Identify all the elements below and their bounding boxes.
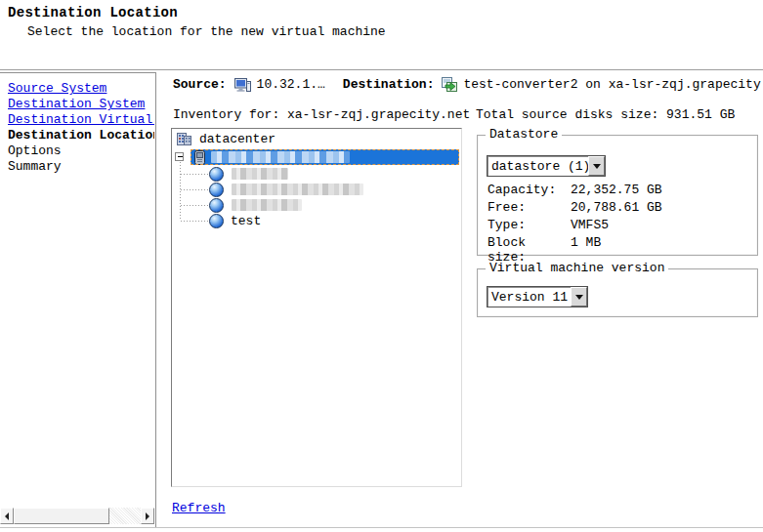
tree-connector-line <box>181 221 208 222</box>
collapse-expander-icon[interactable] <box>175 152 184 161</box>
page-title: Destination Location <box>8 5 178 20</box>
source-destination-bar: Source: 10.32.1.… Destination: test-conv… <box>173 77 763 92</box>
resource-pool-icon <box>209 214 224 228</box>
redacted-item-name <box>232 184 363 195</box>
step-destination-system[interactable]: Destination System <box>8 97 154 112</box>
converter-wizard-page: Destination Location Select the location… <box>0 0 763 532</box>
resource-pool-icon <box>209 167 224 182</box>
refresh-link[interactable]: Refresh <box>172 501 226 515</box>
datastore-blocksize-row: Block size: 1 MB <box>487 235 751 251</box>
host-icon <box>193 150 206 165</box>
tree-row-test[interactable]: test <box>209 213 261 228</box>
page-subtitle: Select the location for the new virtual … <box>27 24 386 39</box>
resource-pool-icon <box>209 198 224 213</box>
tree-row-vm-redacted[interactable] <box>209 197 302 213</box>
bottom-separator <box>0 527 763 528</box>
source-label: Source: <box>173 77 227 92</box>
scrollbar-thumb[interactable] <box>14 508 109 524</box>
capacity-value: 22,352.75 GB <box>571 183 662 198</box>
redacted-item-name <box>232 199 302 211</box>
type-value: VMFS5 <box>571 218 609 233</box>
selected-row-highlight[interactable] <box>191 149 459 165</box>
vm-convert-icon <box>442 77 457 92</box>
vm-version-selected-value: Version 11 <box>487 290 571 305</box>
step-destination-virtual-machine[interactable]: Destination Virtual Machine <box>8 112 154 128</box>
step-list: Source System Destination System Destina… <box>0 73 155 175</box>
header-separator <box>0 69 763 71</box>
scrollbar-track[interactable] <box>109 508 141 524</box>
chevron-down-icon[interactable] <box>588 156 605 176</box>
type-label: Type: <box>487 218 571 233</box>
chevron-down-icon[interactable] <box>571 287 587 307</box>
scroll-left-button[interactable] <box>0 508 14 524</box>
block-size-label: Block size: <box>487 235 571 251</box>
free-label: Free: <box>487 200 571 216</box>
vm-version-groupbox: Virtual machine version Version 11 <box>477 268 758 317</box>
redacted-host-name <box>211 151 350 163</box>
datastore-selected-value: datastore (1) <box>487 159 588 174</box>
resource-pool-icon <box>209 183 224 197</box>
step-destination-location: Destination Location <box>8 128 154 143</box>
total-source-disks-size: Total source disks size: 931.51 GB <box>476 107 735 122</box>
step-summary: Summary <box>8 159 154 175</box>
block-size-value: 1 MB <box>571 235 601 251</box>
computer-icon <box>234 78 251 92</box>
total-disks-value: 931.51 GB <box>666 107 735 122</box>
datastore-type-row: Type: VMFS5 <box>487 218 751 233</box>
vm-version-group-title: Virtual machine version <box>486 262 668 275</box>
tree-row-host-selected[interactable] <box>172 149 461 165</box>
step-options: Options <box>8 143 154 159</box>
vm-version-select[interactable]: Version 11 <box>487 286 588 307</box>
datacenter-icon <box>176 132 192 146</box>
step-source-system[interactable]: Source System <box>8 81 154 97</box>
scroll-right-button[interactable] <box>141 508 154 524</box>
tree-connector-line <box>181 189 208 190</box>
inventory-for-label: Inventory for: xa-lsr-zqj.grapecity.net <box>173 107 470 122</box>
destination-value: test-converter2 on xa-lsr-zqj.grapecity.… <box>463 77 763 92</box>
tree-connector-line <box>180 162 181 221</box>
tree-connector-line <box>181 174 208 175</box>
datastore-groupbox: Datastore datastore (1) Capacity: 22,352… <box>477 135 758 256</box>
inventory-tree: datacenter <box>171 128 462 487</box>
tree-row-vm-redacted[interactable] <box>209 166 288 182</box>
datastore-free-row: Free: 20,788.61 GB <box>487 200 751 216</box>
wizard-steps-sidebar: Source System Destination System Destina… <box>0 72 156 527</box>
tree-row-datacenter[interactable]: datacenter <box>176 131 276 146</box>
source-value: 10.32.1.… <box>257 77 325 92</box>
tree-label-datacenter: datacenter <box>199 132 276 146</box>
destination-label: Destination: <box>343 77 435 92</box>
redacted-item-name <box>232 168 288 180</box>
total-disks-label: Total source disks size: <box>476 107 658 122</box>
sidebar-horizontal-scrollbar[interactable] <box>0 508 154 524</box>
free-value: 20,788.61 GB <box>571 200 662 216</box>
scroll-right-icon <box>146 512 149 520</box>
tree-connector-line <box>181 205 208 206</box>
datastore-capacity-row: Capacity: 22,352.75 GB <box>487 183 751 198</box>
scroll-left-icon <box>5 512 9 520</box>
capacity-label: Capacity: <box>487 183 571 198</box>
tree-label-test: test <box>231 214 261 228</box>
datastore-select[interactable]: datastore (1) <box>487 155 606 177</box>
datastore-group-title: Datastore <box>486 128 562 142</box>
tree-row-vm-redacted[interactable] <box>209 182 363 197</box>
